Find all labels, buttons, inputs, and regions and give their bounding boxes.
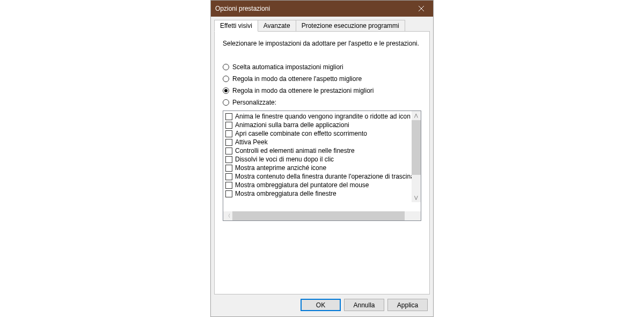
check-label: Mostra contenuto della finestra durante … [235,173,414,180]
vertical-scrollbar[interactable]: ⋀ ⋁ [412,111,421,202]
panel-description: Selezionare le impostazioni da adottare … [223,40,421,47]
vscroll-thumb[interactable] [412,120,421,175]
check-label: Anima le finestre quando vengono ingrand… [235,113,411,120]
radio-label: Regola in modo da ottenere le prestazion… [232,87,374,94]
list-item[interactable]: Animazioni sulla barra delle applicazion… [223,121,421,129]
apply-button[interactable]: Applica [387,299,428,311]
list-item[interactable]: Controlli ed elementi animati nelle fine… [223,146,421,155]
hscroll-track[interactable] [232,211,412,220]
radio-icon [223,64,229,70]
checkbox-icon [225,165,232,172]
radio-best-appearance[interactable]: Regola in modo da ottenere l'aspetto mig… [223,75,421,83]
button-label: Applica [397,301,418,309]
radio-label: Regola in modo da ottenere l'aspetto mig… [232,75,362,83]
list-item[interactable]: Mostra contenuto della finestra durante … [223,172,421,181]
radio-label: Personalizzate: [232,99,276,106]
radio-auto[interactable]: Scelta automatica impostazioni migliori [223,63,421,71]
titlebar: Opzioni prestazioni [211,1,433,17]
checkbox-icon [225,113,232,120]
checkbox-icon [225,156,232,163]
check-label: Dissolvi le voci di menu dopo il clic [235,156,334,163]
check-label: Attiva Peek [235,138,268,146]
checklist-body: Anima le finestre quando vengono ingrand… [223,111,421,199]
tab-advanced[interactable]: Avanzate [258,20,296,31]
scroll-left-button[interactable]: 〈 [223,211,232,220]
hscroll-thumb[interactable] [232,211,405,220]
check-label: Controlli ed elementi animati nelle fine… [235,147,355,154]
check-label: Mostra anteprime anziché icone [235,164,326,172]
cancel-button[interactable]: Annulla [344,299,384,311]
list-item[interactable]: Mostra ombreggiatura delle finestre [223,189,421,198]
chevron-left-icon: 〈 [226,213,230,219]
scroll-corner [412,211,421,220]
button-label: Annulla [353,301,375,309]
checkbox-icon [225,122,232,129]
effects-checklist: Anima le finestre quando vengono ingrand… [223,110,421,221]
chevron-down-icon: ⋁ [414,195,418,200]
horizontal-scrollbar[interactable]: 〈 〉 [223,211,421,220]
tab-strip: Effetti visivi Avanzate Protezione esecu… [211,17,433,31]
radio-icon [223,99,229,106]
vscroll-track[interactable] [412,120,421,193]
checkbox-icon [225,182,232,189]
radio-icon [223,76,229,82]
scroll-up-button[interactable]: ⋀ [412,111,421,120]
close-button[interactable] [409,1,433,17]
dialog-button-row: OK Annulla Applica [211,294,433,316]
checkbox-icon [225,148,232,154]
list-item[interactable]: Mostra anteprime anziché icone [223,164,421,172]
radio-group: Scelta automatica impostazioni migliori … [223,63,421,106]
check-label: Mostra ombreggiatura delle finestre [235,190,336,197]
tab-label: Avanzate [264,22,290,30]
scroll-down-button[interactable]: ⋁ [412,193,421,202]
check-label: Apri caselle combinate con effetto scorr… [235,130,367,137]
checkbox-icon [225,130,232,137]
tab-dep[interactable]: Protezione esecuzione programmi [296,20,405,31]
chevron-up-icon: ⋀ [414,113,418,118]
list-item[interactable]: Anima le finestre quando vengono ingrand… [223,112,421,121]
performance-options-dialog: Opzioni prestazioni Effetti visivi Avanz… [210,0,434,317]
ok-button[interactable]: OK [301,299,341,311]
close-icon [419,6,424,11]
checkbox-icon [225,139,232,146]
radio-custom[interactable]: Personalizzate: [223,99,421,106]
tab-visual-effects[interactable]: Effetti visivi [214,20,258,32]
titlebar-title: Opzioni prestazioni [215,5,409,12]
radio-icon [223,87,229,94]
check-label: Mostra ombreggiatura del puntatore del m… [235,181,369,189]
list-item[interactable]: Dissolvi le voci di menu dopo il clic [223,155,421,164]
checklist-viewport: Anima le finestre quando vengono ingrand… [223,111,421,211]
tab-panel: Selezionare le impostazioni da adottare … [214,31,430,294]
check-label: Animazioni sulla barra delle applicazion… [235,121,349,129]
radio-label: Scelta automatica impostazioni migliori [232,63,343,71]
tab-label: Effetti visivi [220,22,252,30]
tab-label: Protezione esecuzione programmi [302,22,399,30]
button-label: OK [316,301,325,309]
list-item[interactable]: Mostra ombreggiatura del puntatore del m… [223,181,421,189]
checkbox-icon [225,173,232,180]
radio-best-performance[interactable]: Regola in modo da ottenere le prestazion… [223,87,421,94]
checkbox-icon [225,190,232,197]
list-item[interactable]: Attiva Peek [223,138,421,146]
list-item[interactable]: Apri caselle combinate con effetto scorr… [223,129,421,138]
